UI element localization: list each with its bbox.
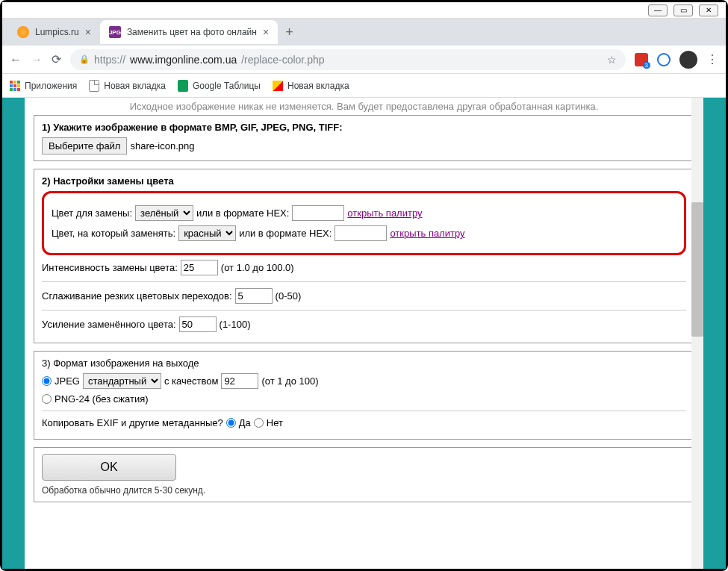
tab-bar: Lumpics.ru × JPG Заменить цвет на фото о…	[2, 19, 726, 46]
divider	[42, 310, 686, 311]
close-icon[interactable]: ×	[263, 26, 269, 38]
lock-icon: 🔒	[79, 54, 90, 64]
globe-icon[interactable]	[657, 53, 671, 66]
forward-icon: →	[31, 53, 43, 66]
tab-label: Lumpics.ru	[35, 27, 79, 37]
tab-lumpics[interactable]: Lumpics.ru ×	[8, 20, 100, 44]
highlight-box: Цвет для замены: зелёный или в формате H…	[42, 191, 686, 255]
bookmark-item[interactable]: Новая вкладка	[89, 80, 166, 92]
color-to-select[interactable]: красный	[178, 225, 236, 241]
processing-note: Обработка обычно длится 5-30 секунд.	[42, 485, 686, 496]
close-icon[interactable]: ×	[85, 26, 91, 38]
label: Цвет, на который заменять:	[52, 228, 175, 239]
label: Да	[239, 417, 251, 428]
section-color-settings: 2) Настройки замены цвета Цвет для замен…	[34, 169, 694, 343]
range-hint: (от 1 до 100)	[261, 375, 318, 387]
bookmark-label: Google Таблицы	[193, 81, 261, 91]
maximize-button[interactable]: ▭	[673, 4, 693, 16]
url-input[interactable]: 🔒 https://www.imgonline.com.ua/replace-c…	[70, 49, 626, 70]
open-palette-link[interactable]: открыть палитру	[347, 208, 422, 219]
bookmark-item[interactable]: Новая вкладка	[273, 81, 349, 91]
orange-icon	[17, 26, 29, 38]
section-file: 1) Укажите изображение в формате BMP, GI…	[34, 115, 694, 161]
png-radio[interactable]	[42, 394, 52, 404]
bookmarks-bar: Приложения Новая вкладка Google Таблицы …	[2, 74, 726, 98]
star-icon[interactable]: ☆	[607, 54, 617, 66]
quality-input[interactable]	[221, 373, 258, 389]
boost-input[interactable]	[179, 316, 217, 332]
range-hint: (1-100)	[220, 319, 251, 330]
section-title: 2) Настройки замены цвета	[42, 175, 686, 187]
bookmark-label: Новая вкладка	[104, 81, 166, 91]
label: Интенсивность замены цвета:	[42, 262, 178, 273]
viewport: Исходное изображение никак не изменяется…	[2, 98, 726, 569]
label: или в формате HEX:	[239, 228, 332, 239]
label: Усиление заменённого цвета:	[42, 319, 176, 330]
exif-yes-radio[interactable]	[226, 418, 236, 428]
section-output: 3) Формат изображения на выходе JPEG ста…	[34, 351, 694, 440]
bookmark-item[interactable]: Google Таблицы	[178, 80, 261, 92]
section-title: 3) Формат изображения на выходе	[42, 358, 686, 369]
jpeg-type-select[interactable]: стандартный	[83, 373, 161, 389]
page-content: Исходное изображение никак не изменяется…	[25, 98, 703, 569]
page-icon	[89, 80, 99, 92]
choose-file-button[interactable]: Выберите файл	[42, 137, 127, 155]
hex-from-input[interactable]	[292, 205, 344, 221]
label: Нет	[267, 417, 283, 428]
close-button[interactable]: ✕	[699, 4, 718, 16]
scroll-thumb[interactable]	[691, 202, 703, 337]
ok-button[interactable]: OK	[42, 454, 176, 481]
range-hint: (от 1.0 до 100.0)	[221, 262, 294, 273]
adblock-icon[interactable]	[635, 53, 648, 66]
url-host: www.imgonline.com.ua	[130, 54, 237, 66]
label: Цвет для замены:	[52, 208, 132, 219]
range-hint: (0-50)	[276, 290, 302, 302]
color-from-select[interactable]: зелёный	[135, 205, 193, 221]
apps-bookmark[interactable]: Приложения	[10, 81, 77, 91]
intensity-input[interactable]	[181, 260, 218, 275]
back-icon[interactable]: ←	[10, 53, 22, 66]
jpg-icon: JPG	[109, 26, 121, 38]
bookmark-label: Новая вкладка	[287, 81, 349, 91]
divider	[42, 281, 686, 282]
label: Сглаживание резких цветовых переходов:	[42, 290, 232, 302]
jpeg-radio[interactable]	[42, 376, 52, 386]
file-name: share-icon.png	[130, 140, 194, 152]
new-tab-button[interactable]: +	[278, 25, 301, 40]
url-scheme: https://	[94, 54, 125, 66]
menu-icon[interactable]: ⋮	[706, 52, 718, 66]
label: JPEG	[55, 375, 80, 387]
section-submit: OK Обработка обычно длится 5-30 секунд.	[34, 447, 694, 502]
label: PNG-24 (без сжатия)	[55, 393, 149, 405]
avatar[interactable]	[679, 51, 697, 69]
address-bar: ← → ⟳ 🔒 https://www.imgonline.com.ua/rep…	[2, 46, 726, 74]
smooth-input[interactable]	[235, 288, 273, 304]
scrollbar[interactable]	[691, 98, 703, 569]
apps-icon	[10, 81, 20, 91]
label: или в формате HEX:	[196, 208, 289, 219]
sheets-icon	[178, 80, 188, 92]
open-palette-link[interactable]: открыть палитру	[390, 228, 464, 239]
divider	[42, 411, 686, 411]
yandex-icon	[273, 81, 283, 91]
label: Копировать EXIF и другие метаданные?	[42, 417, 223, 428]
url-path: /replace-color.php	[241, 54, 324, 66]
hex-to-input[interactable]	[335, 225, 387, 241]
section-title: 1) Укажите изображение в формате BMP, GI…	[42, 122, 686, 133]
tab-imgonline[interactable]: JPG Заменить цвет на фото онлайн ×	[100, 20, 278, 44]
tab-label: Заменить цвет на фото онлайн	[127, 27, 257, 37]
window-titlebar: — ▭ ✕	[2, 2, 726, 19]
label: с качеством	[164, 375, 218, 387]
minimize-button[interactable]: —	[648, 4, 668, 16]
bookmark-label: Приложения	[25, 81, 77, 91]
reload-icon[interactable]: ⟳	[52, 52, 61, 66]
cutoff-text: Исходное изображение никак не изменяется…	[34, 98, 694, 115]
exif-no-radio[interactable]	[254, 418, 264, 428]
